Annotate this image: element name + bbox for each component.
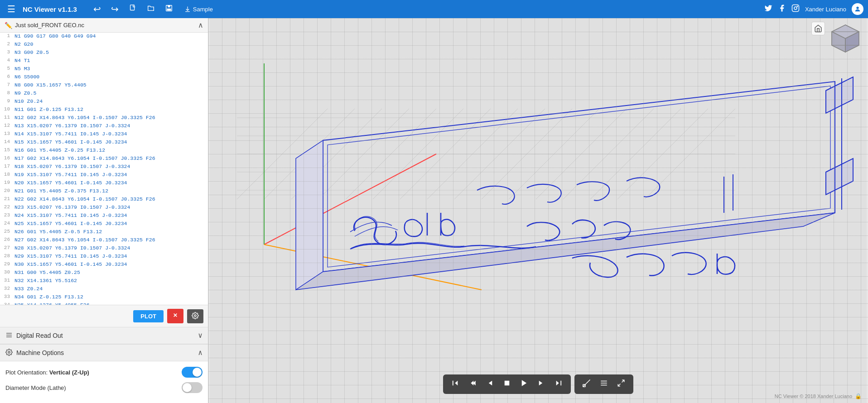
code-line: 22N23 X15.0207 Y6.1379 I0.1507 J-0.3324 <box>0 204 208 212</box>
facebook-icon[interactable] <box>778 4 786 14</box>
code-line: 31N32 X14.1361 Y5.5162 <box>0 277 208 285</box>
open-file-button[interactable] <box>144 2 158 16</box>
svg-line-68 <box>622 380 624 382</box>
measure-button[interactable] <box>579 377 594 391</box>
app-title: NC Viewer v1.1.3 <box>23 5 77 13</box>
toolbar: ☰ NC Viewer v1.1.3 ↩ ↪ Sample Xander Luc… <box>0 0 868 18</box>
collapse-code-button[interactable]: ∧ <box>198 21 203 29</box>
toggle-orientation[interactable] <box>182 367 203 378</box>
code-line: 28N29 X15.3107 Y5.7411 I0.145 J-0.3234 <box>0 253 208 261</box>
view-cube[interactable] <box>827 23 863 59</box>
stop-button[interactable] <box>499 377 515 391</box>
copyright-text: NC Viewer © 2018 Xander Luciano <box>775 393 852 399</box>
svg-marker-58 <box>489 381 492 386</box>
code-line: 16N17 G02 X14.8643 Y6.1054 I-0.1507 J0.3… <box>0 155 208 163</box>
svg-point-12 <box>194 315 196 317</box>
svg-rect-0 <box>130 5 134 10</box>
toggle-diameter[interactable] <box>182 382 203 393</box>
file-title: ✏️ Just sold_FRONT GEO.nc <box>5 22 84 29</box>
svg-marker-60 <box>522 380 527 386</box>
sample-button[interactable]: Sample <box>180 4 217 14</box>
settings-button[interactable] <box>187 309 203 323</box>
machine-header[interactable]: Machine Options ∧ <box>0 345 208 361</box>
option-row-2: Diameter Mode (Lathe) <box>5 382 203 393</box>
fullscreen-button[interactable] <box>613 377 629 391</box>
twitter-icon[interactable] <box>764 4 772 14</box>
code-header: ✏️ Just sold_FRONT GEO.nc ∧ <box>0 18 208 33</box>
svg-point-8 <box>856 7 858 9</box>
skip-back-button[interactable] <box>448 377 463 391</box>
machine-expand-icon: ∧ <box>198 348 203 357</box>
code-line: 4N4 T1 <box>0 57 208 65</box>
step-back-button[interactable] <box>465 377 480 391</box>
machine-section: Machine Options ∧ Plot Orientation: Vert… <box>0 344 208 403</box>
tools-bar <box>574 374 633 394</box>
instagram-icon[interactable] <box>791 4 800 14</box>
machine-label: Machine Options <box>16 349 64 356</box>
code-line: 3N3 G00 Z0.5 <box>0 49 208 57</box>
code-line: 24N25 X15.1657 Y5.4601 I-0.145 J0.3234 <box>0 220 208 228</box>
dro-expand-icon: ∨ <box>198 331 203 340</box>
code-line: 14N15 X15.1657 Y5.4601 I-0.145 J0.3234 <box>0 139 208 147</box>
svg-rect-2 <box>168 5 170 7</box>
skip-fwd-button[interactable] <box>551 377 566 391</box>
code-line: 33N34 G01 Z-0.125 F13.12 <box>0 293 208 302</box>
machine-icon <box>5 349 13 357</box>
edit-icon: ✏️ <box>5 22 12 29</box>
svg-marker-62 <box>556 381 559 386</box>
code-line: 13N14 X15.3107 Y5.7411 I0.145 J-0.3234 <box>0 130 208 139</box>
username: Xander Luciano <box>805 6 846 13</box>
dro-label: Digital Read Out <box>16 332 63 339</box>
code-line: 11N12 G02 X14.8643 Y6.1054 I-0.1507 J0.3… <box>0 114 208 122</box>
svg-marker-61 <box>539 381 543 386</box>
next-button[interactable] <box>534 377 549 391</box>
svg-point-16 <box>8 351 10 353</box>
new-file-button[interactable] <box>126 2 140 16</box>
redo-button[interactable]: ↪ <box>108 2 121 16</box>
machine-title: Machine Options <box>5 349 64 357</box>
list-view-button[interactable] <box>596 377 612 391</box>
user-info: Xander Luciano <box>764 3 863 15</box>
dro-header[interactable]: Digital Read Out ∨ <box>0 327 208 344</box>
main-content: ✏️ Just sold_FRONT GEO.nc ∧ 1N1 G90 G17 … <box>0 18 868 403</box>
svg-point-6 <box>794 7 797 10</box>
code-line: 34N35 X14.1276 Y5.4055 F26 <box>0 302 208 305</box>
right-panel[interactable]: NC Viewer © 2018 Xander Luciano 🔒 <box>208 18 868 403</box>
svg-rect-3 <box>167 8 171 10</box>
code-section: ✏️ Just sold_FRONT GEO.nc ∧ 1N1 G90 G17 … <box>0 18 208 327</box>
3d-viewer[interactable] <box>208 18 868 403</box>
code-line: 17N18 X15.0207 Y6.1379 I0.1507 J-0.3324 <box>0 163 208 171</box>
code-line: 6N6 S5000 <box>0 73 208 82</box>
menu-button[interactable]: ☰ <box>5 2 18 16</box>
code-line: 25N26 G01 Y5.4405 Z-0.5 F13.12 <box>0 228 208 236</box>
machine-body: Plot Orientation: Vertical (Z-Up) Diamet… <box>0 361 208 403</box>
play-button[interactable] <box>516 377 532 391</box>
code-line: 10N11 G01 Z-0.125 F13.12 <box>0 106 208 114</box>
code-line: 5N5 M3 <box>0 65 208 73</box>
user-avatar <box>852 3 863 15</box>
svg-line-69 <box>618 384 620 386</box>
svg-rect-59 <box>505 381 510 386</box>
code-line: 23N24 X15.3107 Y5.7411 I0.145 J-0.3234 <box>0 212 208 220</box>
dro-title: Digital Read Out <box>5 331 63 340</box>
plot-button[interactable]: PLOT <box>133 310 164 322</box>
option-row-1: Plot Orientation: Vertical (Z-Up) <box>5 367 203 378</box>
save-button[interactable] <box>162 2 176 16</box>
option-label-2: Diameter Mode (Lathe) <box>5 384 66 391</box>
cancel-button[interactable] <box>167 309 183 323</box>
dro-section: Digital Read Out ∨ <box>0 327 208 344</box>
code-footer: PLOT <box>0 305 208 327</box>
home-button-3d[interactable] <box>811 22 825 35</box>
code-line: 15N16 G01 Y5.4405 Z-0.25 F13.12 <box>0 147 208 155</box>
code-line: 8N9 Z0.5 <box>0 90 208 98</box>
filename: Just sold_FRONT GEO.nc <box>15 22 84 29</box>
code-line: 29N30 X15.1657 Y5.4601 I-0.145 J0.3234 <box>0 261 208 269</box>
svg-rect-5 <box>792 5 799 11</box>
svg-point-7 <box>797 6 798 7</box>
prev-button[interactable] <box>482 377 497 391</box>
playback-bar <box>443 374 571 394</box>
undo-button[interactable]: ↩ <box>91 2 104 16</box>
code-line: 1N1 G90 G17 G80 G40 G49 G94 <box>0 33 208 41</box>
code-line: 7N8 G00 X15.1657 Y5.4405 <box>0 82 208 90</box>
code-body[interactable]: 1N1 G90 G17 G80 G40 G49 G942N2 G203N3 G0… <box>0 33 208 305</box>
